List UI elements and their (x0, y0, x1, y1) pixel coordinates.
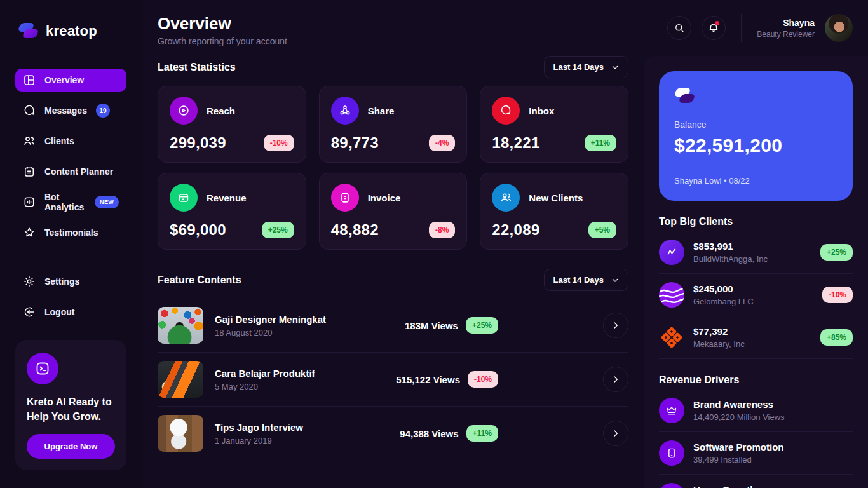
sidebar-item-label: Overview (44, 75, 84, 85)
user-role: Beauty Reviewer (757, 30, 815, 39)
client-amount: $245,000 (693, 283, 813, 294)
features-filter-dropdown[interactable]: Last 14 Days (544, 269, 629, 291)
upgrade-now-button[interactable]: Upgrade Now (27, 434, 115, 459)
chevron-down-icon (611, 64, 619, 71)
sidebar-item-label: Logout (44, 307, 74, 317)
feature-title: Cara Belajar Produktif (215, 368, 315, 379)
stats-heading: Latest Statistics (158, 62, 236, 73)
stat-label: Revenue (207, 193, 247, 203)
feature-views: 515,122 Views (396, 374, 460, 385)
chevron-right-icon (611, 429, 620, 438)
gelombang-logo (659, 282, 684, 308)
kreatop-logo-icon (18, 22, 39, 41)
stat-card-new-clients: New Clients 22,089 +5% (480, 173, 628, 250)
sidebar-item-label: Settings (44, 276, 79, 287)
avatar[interactable] (825, 14, 853, 42)
feature-open-button[interactable] (603, 313, 628, 338)
feature-open-button[interactable] (603, 421, 628, 446)
stat-card-inbox: Inbox 18,221 +11% (480, 86, 628, 163)
sidebar-footer-nav: Settings Logout (15, 270, 126, 331)
driver-stat: 39,499 Installed (693, 455, 853, 464)
top-bar: Overview Growth reporting of your accoun… (142, 0, 868, 56)
sidebar-item-testimonials[interactable]: Testimonials (15, 221, 126, 244)
driver-title: Users Growth (693, 484, 853, 488)
receipt-icon (331, 184, 359, 212)
stat-delta-badge: +25% (262, 222, 294, 238)
stat-delta-badge: +5% (588, 222, 616, 238)
sidebar-item-label: Content Planner (44, 166, 113, 177)
stat-label: Share (368, 105, 395, 116)
stat-delta-badge: -4% (429, 135, 455, 151)
client-name: BuildWithAngga, Inc (693, 254, 811, 264)
feature-views-group: 94,388 Views +11% (400, 425, 498, 442)
sidebar-item-messages[interactable]: Messages 19 (15, 99, 126, 122)
stat-card-revenue: Revenue $69,000 +25% (158, 173, 306, 250)
feature-open-button[interactable] (603, 367, 628, 392)
sidebar-item-bot-analytics[interactable]: Bot Analytics NEW (15, 191, 126, 214)
right-panel: Balance $22,591,200 Shayna Lowi • 08/22 … (644, 56, 868, 488)
stat-value: 18,221 (492, 134, 539, 152)
client-amount: $77,392 (693, 326, 811, 337)
person-icon (659, 483, 684, 488)
balance-card: Balance $22,591,200 Shayna Lowi • 08/22 (659, 71, 853, 201)
feature-delta-badge: -10% (468, 371, 498, 388)
client-info: $77,392 Mekaaary, Inc (693, 326, 811, 349)
feature-title: Gaji Designer Meningkat (215, 314, 326, 325)
driver-row: Software Promotion 39,499 Installed (659, 432, 853, 475)
messages-icon (23, 104, 36, 117)
stats-grid: Reach 299,039 -10% Share 8 (158, 86, 628, 250)
feature-date: 5 May 2020 (215, 382, 315, 391)
brand-logo: kreatop (15, 22, 126, 41)
stat-label: New Clients (529, 193, 583, 203)
stat-label: Reach (207, 105, 235, 116)
client-info: $853,991 BuildWithAngga, Inc (693, 241, 811, 264)
drivers-heading: Revenue Drivers (659, 374, 853, 386)
driver-row: Users Growth 558,311 Users Signed Up (659, 475, 853, 488)
search-icon (674, 22, 685, 34)
clients-icon (23, 135, 36, 147)
feature-row: Cara Belajar Produktif 5 May 2020 515,12… (158, 353, 628, 407)
messages-count-badge: 19 (96, 104, 110, 118)
features-filter-label: Last 14 Days (553, 275, 604, 285)
feature-meta: Tips Jago Interview 1 January 2019 (215, 422, 303, 445)
brand-name: kreatop (46, 23, 97, 39)
notifications-button[interactable] (702, 16, 726, 40)
client-row: $245,000 Gelombang LLC -10% (659, 274, 853, 316)
chevron-right-icon (611, 375, 620, 384)
stat-value: $69,000 (170, 221, 226, 239)
buildwithangga-logo (659, 240, 684, 265)
client-amount: $853,991 (693, 241, 811, 252)
feature-row: Tips Jago Interview 1 January 2019 94,38… (158, 407, 628, 460)
sidebar-item-clients[interactable]: Clients (15, 130, 126, 152)
driver-stat: 14,409,220 Million Views (693, 412, 853, 422)
driver-title: Brand Awareness (693, 399, 853, 410)
wallet-icon (170, 184, 198, 212)
body-row: Latest Statistics Last 14 Days Reach (142, 56, 868, 488)
feature-views: 94,388 Views (400, 428, 458, 439)
sidebar-item-overview[interactable]: Overview (15, 69, 126, 92)
feature-date: 1 January 2019 (215, 436, 303, 445)
feature-thumbnail (158, 307, 203, 344)
sidebar-item-settings[interactable]: Settings (15, 270, 126, 293)
testimonials-icon (23, 226, 36, 239)
sidebar-item-content-planner[interactable]: Content Planner (15, 160, 126, 183)
sidebar-item-label: Clients (44, 136, 74, 146)
stat-value: 299,039 (170, 134, 226, 152)
client-row: $853,991 BuildWithAngga, Inc +25% (659, 231, 853, 274)
driver-row: Brand Awareness 14,409,220 Million Views (659, 390, 853, 432)
bot-analytics-new-badge: NEW (95, 196, 119, 208)
stats-filter-dropdown[interactable]: Last 14 Days (544, 56, 629, 78)
sidebar-item-logout[interactable]: Logout (15, 301, 126, 323)
page-head: Overview Growth reporting of your accoun… (158, 10, 287, 46)
sidebar-nav: Overview Messages 19 Clients Content Pla… (15, 69, 126, 252)
clients-heading: Top Big Clients (659, 216, 853, 227)
search-button[interactable] (667, 16, 691, 40)
content-planner-icon (23, 165, 36, 178)
feature-row: Gaji Designer Meningkat 18 August 2020 1… (158, 299, 628, 353)
stat-delta-badge: -8% (429, 222, 455, 238)
stat-card-invoice: Invoice 48,882 -8% (319, 173, 468, 250)
feature-meta: Gaji Designer Meningkat 18 August 2020 (215, 314, 326, 337)
feature-title: Tips Jago Interview (215, 422, 303, 433)
feature-views-group: 515,122 Views -10% (396, 371, 498, 388)
header-divider (741, 14, 742, 42)
